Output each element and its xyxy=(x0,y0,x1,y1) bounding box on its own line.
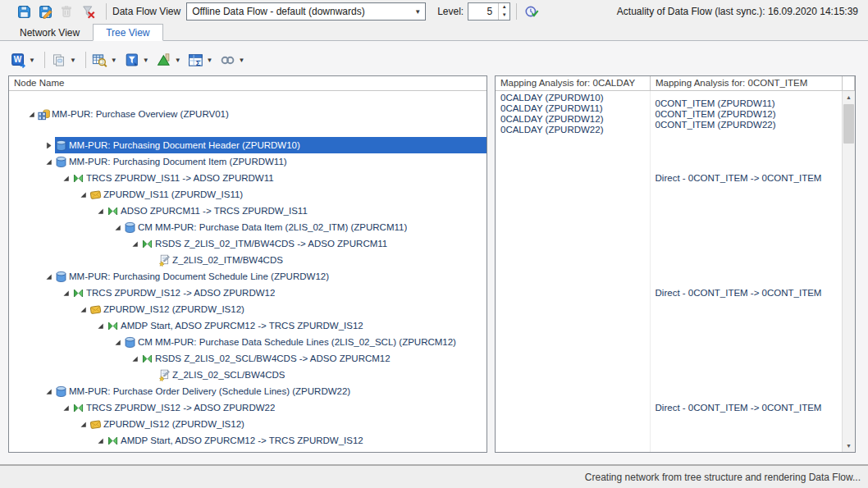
collapse-toggle-icon[interactable] xyxy=(62,174,70,182)
tree-node[interactable]: CM MM-PUR: Purchase Data Schedule Lines … xyxy=(124,334,487,350)
tree-row[interactable]: AMDP Start, ADSO ZPURCM12 -> TRCS ZPURDW… xyxy=(9,432,487,449)
tree-node[interactable]: ZPURDW_IS12 (ZPURDW_IS12) xyxy=(89,416,487,432)
collapse-toggle-icon[interactable] xyxy=(96,322,104,330)
collapse-toggle-icon[interactable] xyxy=(79,190,87,198)
column-header-calday[interactable]: Mapping Analysis for: 0CALDAY xyxy=(496,76,651,90)
tree-node[interactable]: CM MM-PUR: Purchase Data Item (2LIS_02_I… xyxy=(124,219,487,235)
mapping-value: 0CONT_ITEM (ZPURDW11) xyxy=(656,98,842,109)
tree-row[interactable]: TRCS ZPURDW_IS12 -> ADSO ZPURDW12 xyxy=(9,285,487,301)
tree-row[interactable]: RSDS Z_2LIS_02_ITM/BW4CDS -> ADSO ZPURCM… xyxy=(9,235,487,252)
scroll-up-icon[interactable]: ▲ xyxy=(843,91,855,103)
tree-node[interactable]: ZPURDW_IS11 (ZPURDW_IS11) xyxy=(89,186,487,203)
calday-cell xyxy=(496,317,650,334)
tree-row[interactable]: MM-PUR: Purchasing Document Header (ZPUR… xyxy=(9,137,487,153)
tree-row[interactable]: Z_2LIS_02_ITM/BW4CDS xyxy=(9,252,487,268)
tree-node[interactable]: Z_2LIS_02_ITM/BW4CDS xyxy=(158,252,487,268)
collapse-toggle-icon[interactable] xyxy=(113,223,121,231)
tree-row[interactable]: MM-PUR: Purchasing Document Schedule Lin… xyxy=(9,268,487,285)
dropdown-arrow-icon[interactable]: ▼ xyxy=(143,57,149,64)
tree-node[interactable]: MM-PUR: Purchasing Document Item (ZPURDW… xyxy=(55,153,487,170)
level-spinner[interactable]: 5 ▲ ▼ xyxy=(468,2,510,21)
tree-node[interactable]: Z_2LIS_02_SCL/BW4CDS xyxy=(158,367,487,383)
word-export-button[interactable]: W xyxy=(8,50,28,70)
tree-structure-button[interactable] xyxy=(154,50,174,70)
tree-node[interactable]: ZPURDW_IS12 (ZPURDW_IS12) xyxy=(89,301,487,317)
collapse-toggle-icon[interactable] xyxy=(27,110,35,118)
tree-row[interactable]: TRCS ZPURDW_IS11 -> ADSO ZPURDW11 xyxy=(9,170,487,186)
table-search-button[interactable] xyxy=(90,50,110,70)
vertical-scrollbar[interactable]: ▲ ▼ xyxy=(842,91,855,452)
tree-node[interactable]: AMDP Start, ADSO ZPURCM12 -> TRCS ZPURDW… xyxy=(107,317,487,334)
tree-row[interactable]: MM-PUR: Purchasing Document Item (ZPURDW… xyxy=(9,153,487,170)
data-flow-dropdown[interactable]: Offline Data Flow - default (downwards) … xyxy=(186,2,426,21)
collapse-toggle-icon[interactable] xyxy=(44,387,53,395)
tree-node[interactable]: TRCS ZPURDW_IS11 -> ADSO ZPURDW11 xyxy=(72,170,487,186)
tree-node[interactable]: RSDS Z_2LIS_02_SCL/BW4CDS -> ADSO ZPURCM… xyxy=(141,350,487,367)
adso-icon xyxy=(55,139,67,152)
cont-item-cell xyxy=(651,334,842,350)
clock-check-icon[interactable] xyxy=(523,3,541,20)
tab-network-view[interactable]: Network View xyxy=(7,24,93,41)
copy-document-button[interactable] xyxy=(49,50,69,70)
tree-node-selected[interactable]: MM-PUR: Purchasing Document Header (ZPUR… xyxy=(55,137,487,153)
tree-node[interactable]: RSDS Z_2LIS_02_ITM/BW4CDS -> ADSO ZPURCM… xyxy=(141,235,487,252)
dropdown-arrow-icon[interactable]: ▼ xyxy=(70,57,76,64)
cont-item-cell xyxy=(651,350,842,367)
scroll-down-icon[interactable]: ▼ xyxy=(843,440,855,452)
tree-node[interactable]: TRCS ZPURDW_IS12 -> ADSO ZPURDW22 xyxy=(72,399,487,416)
tree-node[interactable]: MM-PUR: Purchase Order Delivery (Schedul… xyxy=(55,383,487,399)
discard-changes-button[interactable] xyxy=(79,3,97,20)
column-header-cont-item[interactable]: Mapping Analysis for: 0CONT_ITEM xyxy=(651,76,843,90)
tree-row[interactable]: MM-PUR: Purchase Overview (ZPURV01) xyxy=(9,91,487,137)
collapse-toggle-icon[interactable] xyxy=(79,305,87,313)
tree-row[interactable]: ZPURDW_IS11 (ZPURDW_IS11) xyxy=(9,186,487,203)
collapse-toggle-icon[interactable] xyxy=(44,157,53,166)
dropdown-arrow-icon[interactable]: ▼ xyxy=(29,57,35,64)
tree-row[interactable]: ADSO ZPURCM11 -> TRCS ZPURDW_IS11 xyxy=(9,203,487,219)
collapse-toggle-icon[interactable] xyxy=(79,420,87,428)
tree-row[interactable]: TRCS ZPURDW_IS12 -> ADSO ZPURDW22 xyxy=(9,399,487,416)
collapse-toggle-icon[interactable] xyxy=(62,289,70,297)
collapse-toggle-icon[interactable] xyxy=(96,436,104,445)
collapse-toggle-icon[interactable] xyxy=(96,207,104,215)
tree-row[interactable]: AMDP Start, ADSO ZPURCM12 -> TRCS ZPURDW… xyxy=(9,317,487,334)
collapse-toggle-icon[interactable] xyxy=(113,338,121,346)
tab-tree-view[interactable]: Tree View xyxy=(93,24,162,41)
calday-cell xyxy=(496,367,650,383)
tree-row[interactable]: MM-PUR: Purchase Order Delivery (Schedul… xyxy=(9,383,487,399)
tree-row[interactable]: CM MM-PUR: Purchase Data Item (2LIS_02_I… xyxy=(9,219,487,235)
dropdown-arrow-icon[interactable]: ▼ xyxy=(175,57,181,64)
collapse-toggle-icon[interactable] xyxy=(130,239,139,248)
dropdown-arrow-icon[interactable]: ▼ xyxy=(207,57,213,64)
scrollbar-thumb[interactable] xyxy=(843,104,854,144)
tree-node[interactable]: AMDP Start, ADSO ZPURCM12 -> TRCS ZPURDW… xyxy=(107,432,487,449)
save-button[interactable] xyxy=(15,3,33,20)
tree-node-label: RSDS Z_2LIS_02_SCL/BW4CDS -> ADSO ZPURCM… xyxy=(155,353,391,363)
mapping-value: Direct - 0CONT_ITEM -> 0CONT_ITEM xyxy=(656,173,842,184)
tree-node[interactable]: TRCS ZPURDW_IS12 -> ADSO ZPURDW12 xyxy=(72,285,487,301)
link-chain-button[interactable] xyxy=(218,50,238,70)
dropdown-arrow-icon[interactable]: ▼ xyxy=(111,57,117,64)
tree-row[interactable]: Z_2LIS_02_SCL/BW4CDS xyxy=(9,367,487,383)
tree-row[interactable]: ZPURDW_IS12 (ZPURDW_IS12) xyxy=(9,301,487,317)
tree-node[interactable]: MM-PUR: Purchasing Document Schedule Lin… xyxy=(55,268,487,285)
save-as-button[interactable] xyxy=(36,3,54,20)
filter-button[interactable] xyxy=(122,50,142,70)
dropdown-arrow-icon[interactable]: ▼ xyxy=(239,57,245,64)
tree-node-label: Z_2LIS_02_SCL/BW4CDS xyxy=(172,370,285,380)
tree-row[interactable]: CM MM-PUR: Purchase Data Schedule Lines … xyxy=(9,334,487,350)
tree-node[interactable]: ADSO ZPURCM11 -> TRCS ZPURDW_IS11 xyxy=(107,203,487,219)
collapse-toggle-icon[interactable] xyxy=(130,354,139,363)
tree-row[interactable]: ZPURDW_IS12 (ZPURDW_IS12) xyxy=(9,416,487,432)
actuality-text: Actuality of Data Flow (last sync.): 16.… xyxy=(617,6,858,17)
spinner-down-icon[interactable]: ▼ xyxy=(499,11,509,20)
collapse-toggle-icon[interactable] xyxy=(44,272,53,280)
table-sum-button[interactable]: Σ xyxy=(186,50,206,70)
collapse-toggle-icon[interactable] xyxy=(62,404,70,412)
expand-toggle-icon[interactable] xyxy=(44,141,53,149)
tree-node[interactable]: MM-PUR: Purchase Overview (ZPURV01) xyxy=(38,91,487,137)
tree-row[interactable]: RSDS Z_2LIS_02_SCL/BW4CDS -> ADSO ZPURCM… xyxy=(9,350,487,367)
tree-node-label: ZPURDW_IS12 (ZPURDW_IS12) xyxy=(103,304,244,314)
spinner-up-icon[interactable]: ▲ xyxy=(499,3,509,11)
column-header-node-name[interactable]: Node Name xyxy=(9,76,487,90)
